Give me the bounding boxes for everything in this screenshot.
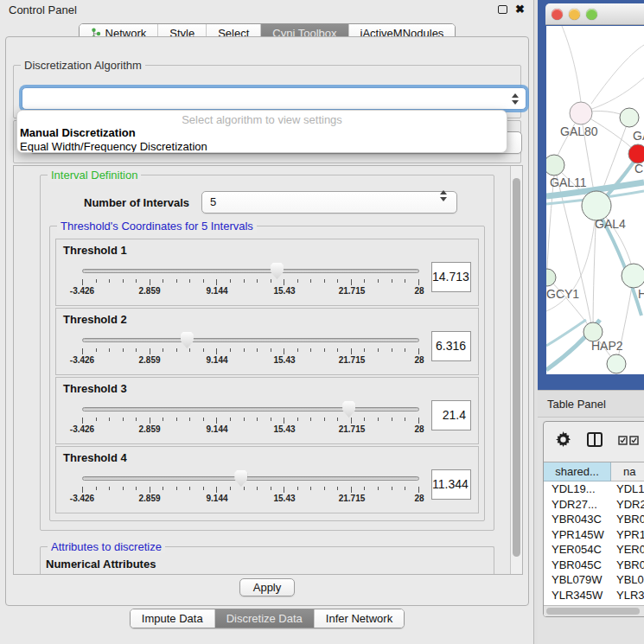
combo-stepper-icon — [511, 92, 519, 105]
minimize-traffic-light-icon[interactable] — [569, 9, 580, 20]
network-node[interactable] — [620, 108, 639, 127]
slider-tick-labels: -3.4262.8599.14415.4321.71528 — [82, 286, 419, 298]
horizontal-scrollbar[interactable] — [544, 605, 644, 616]
slider-ticks — [82, 279, 419, 285]
table-row[interactable]: YBL079WYBL0 — [544, 572, 644, 588]
numerical-attributes-label: Numerical Attributes — [46, 558, 487, 571]
threshold-card: Threshold 3-3.4262.8599.14415.4321.71528… — [55, 377, 479, 444]
network-node[interactable] — [546, 269, 556, 286]
cell-shared-name[interactable]: YBL079W — [544, 572, 611, 588]
close-icon[interactable]: ✖ — [515, 5, 525, 14]
network-node[interactable] — [622, 264, 644, 288]
tab-impute-data[interactable]: Impute Data — [131, 609, 214, 628]
cell-name[interactable]: YLR3 — [611, 588, 644, 603]
threshold-value-field[interactable]: 14.713 — [431, 262, 471, 292]
split-columns-icon[interactable] — [587, 432, 603, 450]
network-window-titlebar[interactable] — [545, 3, 644, 25]
select-columns-icon[interactable] — [618, 433, 640, 449]
cell-shared-name[interactable]: YER054C — [544, 542, 611, 558]
thresholds-group: Threshold's Coordinates for 5 Intervals … — [49, 226, 485, 521]
close-traffic-light-icon[interactable] — [552, 9, 563, 20]
network-edge[interactable] — [591, 45, 644, 104]
slider-track[interactable] — [82, 269, 419, 273]
cell-name[interactable]: YBR0 — [611, 512, 644, 527]
control-panel-titlebar: Control Panel ✖ — [0, 0, 533, 19]
slider-track[interactable] — [82, 407, 419, 411]
table-row[interactable]: YDR27...YDR2 — [544, 497, 644, 513]
threshold-label: Threshold 2 — [63, 313, 471, 326]
node-label: GAL80 — [560, 124, 598, 138]
slider-track[interactable] — [82, 338, 419, 342]
tab-label: Impute Data — [142, 612, 203, 625]
zoom-traffic-light-icon[interactable] — [586, 9, 597, 20]
table-row[interactable]: YBR045CYBR0 — [544, 558, 644, 573]
tab-label: Infer Network — [326, 612, 392, 625]
number-of-intervals-combobox[interactable]: 5 — [201, 191, 457, 214]
threshold-slider[interactable]: -3.4262.8599.14415.4321.71528 — [82, 399, 419, 440]
slider-ticks — [82, 348, 419, 354]
combo-stepper-icon — [439, 189, 447, 202]
cell-name[interactable]: YDL1 — [611, 481, 644, 497]
group-title: Threshold's Coordinates for 5 Intervals — [57, 220, 257, 233]
threshold-slider[interactable]: -3.4262.8599.14415.4321.71528 — [82, 468, 419, 509]
cell-shared-name[interactable]: YBR043C — [544, 512, 611, 527]
cell-shared-name[interactable]: YDL19... — [544, 481, 611, 497]
network-node[interactable] — [546, 155, 564, 175]
network-edge[interactable] — [562, 26, 581, 102]
column-header-name[interactable]: na — [611, 462, 644, 481]
group-title: Interval Definition — [48, 169, 141, 182]
slider-thumb[interactable] — [181, 332, 194, 348]
threshold-card: Threshold 4-3.4262.8599.14415.4321.71528… — [55, 446, 479, 513]
table-row[interactable]: YPR145WYPR1 — [544, 527, 644, 543]
node-table: shared... na YDL19...YDL1YDR27...YDR2YBR… — [544, 462, 644, 616]
cell-name[interactable]: YDR2 — [611, 497, 644, 513]
tab-infer-network[interactable]: Infer Network — [314, 609, 404, 628]
cell-shared-name[interactable]: YPR145W — [544, 527, 611, 543]
network-node[interactable] — [582, 191, 611, 220]
table-row[interactable]: YLR345WYLR3 — [544, 588, 644, 603]
dropdown-item[interactable]: Manual Discretization — [17, 126, 507, 140]
table-row[interactable]: YDL19...YDL1 — [544, 481, 644, 497]
cyni-toolbox-panel: Discretization Algorithm Select algorith… — [5, 36, 529, 606]
dropdown-item[interactable]: Equal Width/Frequency Discretization — [17, 140, 507, 153]
bottom-tab-bar: Impute DataDiscretize DataInfer Network — [0, 609, 534, 628]
number-of-intervals-label: Number of Intervals — [84, 196, 189, 209]
group-title: Attributes to discretize — [48, 540, 165, 553]
float-window-icon[interactable] — [498, 5, 507, 14]
slider-track[interactable] — [82, 476, 419, 481]
cell-shared-name[interactable]: YLR345W — [544, 588, 611, 603]
cell-name[interactable]: YER0 — [611, 542, 644, 558]
cell-name[interactable]: YPR1 — [611, 527, 644, 543]
threshold-value-field[interactable]: 6.316 — [431, 331, 471, 361]
node-label: GAL11 — [550, 175, 587, 189]
slider-thumb[interactable] — [234, 470, 247, 487]
network-edge[interactable] — [590, 78, 644, 110]
slider-thumb[interactable] — [342, 401, 355, 418]
numerical-attributes-list[interactable]: SelfLoopsTopologicalCoefficientBetweenne… — [46, 574, 487, 575]
algorithm-combobox[interactable] — [22, 87, 526, 110]
slider-thumb[interactable] — [271, 263, 284, 279]
network-node[interactable] — [570, 102, 592, 124]
interval-definition-group: Interval Definition Number of Intervals … — [40, 175, 494, 531]
cell-shared-name[interactable]: YDR27... — [544, 497, 611, 513]
cell-name[interactable]: YBR0 — [611, 558, 644, 573]
threshold-value-field[interactable]: 21.4 — [431, 400, 471, 430]
cell-name[interactable]: YBL0 — [611, 572, 644, 588]
threshold-value-field[interactable]: 11.344 — [431, 469, 471, 500]
network-edge[interactable] — [547, 175, 554, 269]
network-node[interactable] — [607, 354, 626, 373]
table-row[interactable]: YER054CYER0 — [544, 542, 644, 558]
cell-shared-name[interactable]: YBR045C — [544, 558, 611, 573]
column-header-shared-name[interactable]: shared... — [544, 462, 611, 481]
node-label: C — [634, 162, 643, 175]
gear-icon[interactable] — [555, 431, 571, 451]
threshold-slider[interactable]: -3.4262.8599.14415.4321.71528 — [82, 329, 419, 371]
network-node[interactable] — [628, 144, 644, 163]
network-canvas[interactable]: GAL80GACGAL11GAL4GCY1HHAP2 — [546, 26, 644, 374]
vertical-scrollbar[interactable] — [510, 166, 522, 574]
tab-discretize-data[interactable]: Discretize Data — [214, 609, 314, 628]
table-row[interactable]: YBR043CYBR0 — [544, 512, 644, 527]
node-label: GAL4 — [595, 217, 626, 231]
threshold-slider[interactable]: -3.4262.8599.14415.4321.71528 — [82, 260, 419, 302]
apply-button[interactable]: Apply — [239, 578, 296, 596]
